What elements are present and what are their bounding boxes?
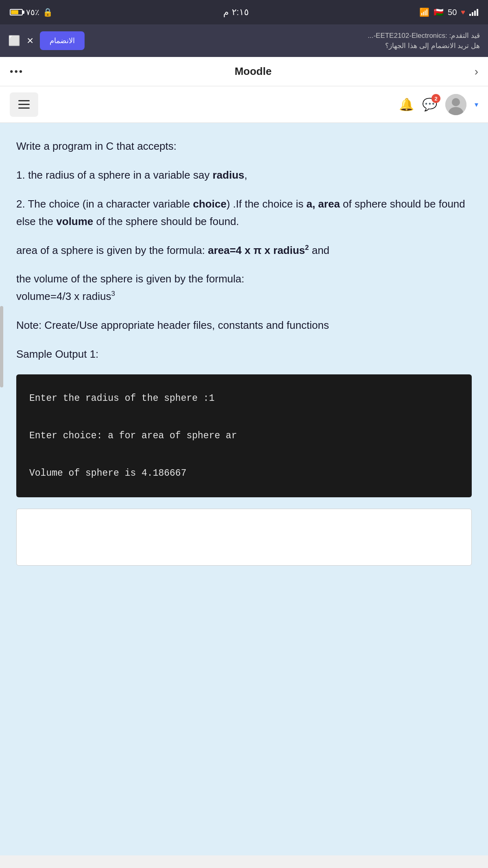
battery-percent: ٧٥٪ <box>26 7 39 17</box>
header-icons: 🔔 💬 2 ▾ <box>399 94 478 115</box>
code-line-1: Enter the radius of the sphere :1 <box>29 389 459 408</box>
point2-end: of the sphere should be found. <box>93 215 239 227</box>
wifi-icon: 📶 <box>419 7 429 17</box>
scroll-indicator[interactable] <box>0 306 3 387</box>
content-body: Write a program in C that accepts: 1. th… <box>16 138 472 566</box>
code-line-5: Volume of sphere is 4.186667 <box>29 464 459 483</box>
formula-intro: area of a sphere is given by the formula… <box>16 244 205 256</box>
volume-paragraph: the volume of the sphere is given by the… <box>16 270 472 305</box>
dropdown-arrow-icon[interactable]: ▾ <box>475 100 478 109</box>
volume-exp: 3 <box>111 290 115 298</box>
point2-start: 2. The choice (in a character variable <box>16 198 193 210</box>
signal-bars <box>469 9 478 16</box>
volume-formula: volume=4/3 x radius <box>16 290 111 302</box>
menu-line <box>18 107 30 109</box>
heart-icon: ♥ <box>461 8 465 17</box>
status-bar-right: 📶 🇴🇲 50 ♥ <box>419 7 478 17</box>
join-bar-content: قيد التقدم: :EETE2102-Electronics-... هل… <box>91 31 480 50</box>
point2-a: a <box>306 198 312 210</box>
formula-area: area=4 x π x radius <box>208 244 305 256</box>
browser-forward-button[interactable]: › <box>475 65 478 78</box>
status-bar-time: ٢:١٥ م <box>223 7 248 17</box>
point2-paragraph: 2. The choice (in a character variable c… <box>16 195 472 230</box>
signal-strength: 50 <box>448 8 457 17</box>
browser-nav: ••• Moodle › <box>0 57 488 86</box>
join-bar-title: قيد التقدم: :EETE2102-Electronics-... <box>91 31 480 40</box>
formula-area-exp: 2 <box>305 244 309 251</box>
code-line-2 <box>29 408 459 426</box>
point2-area: , area <box>312 198 340 210</box>
point2-mid: ) .If the choice is <box>227 198 307 210</box>
join-bar-subtitle: هل تريد الانضمام إلى هذا الجهاز؟ <box>91 42 480 50</box>
point2-volume: volume <box>56 215 93 227</box>
point2-choice: choice <box>193 198 227 210</box>
browser-menu-dots[interactable]: ••• <box>10 66 24 77</box>
point1-text: 1. the radius of a sphere in a variable … <box>16 169 213 181</box>
battery-icon <box>10 9 23 15</box>
point1-paragraph: 1. the radius of a sphere in a variable … <box>16 166 472 184</box>
note-paragraph: Note: Create/Use appropriate header file… <box>16 317 472 334</box>
join-bar: الانضمام قيد التقدم: :EETE2102-Electroni… <box>0 24 488 57</box>
sample-output-label: Sample Output 1: <box>16 345 472 363</box>
code-line-4 <box>29 445 459 464</box>
close-icon[interactable]: × <box>27 34 33 47</box>
formula-and: and <box>312 244 329 256</box>
avatar-image <box>445 94 466 115</box>
main-content: Write a program in C that accepts: 1. th… <box>0 123 488 855</box>
status-bar: ٧٥٪ 🔒 ٢:١٥ م 📶 🇴🇲 50 ♥ <box>0 0 488 24</box>
svg-point-1 <box>452 98 460 106</box>
answer-input-box[interactable] <box>16 509 472 566</box>
code-line-3: Enter choice: a for area of sphere ar <box>29 426 459 445</box>
moodle-header: 🔔 💬 2 ▾ <box>0 86 488 123</box>
formula-paragraph: area of a sphere is given by the formula… <box>16 242 472 259</box>
join-button[interactable]: الانضمام <box>40 31 85 50</box>
point1-bold: radius <box>213 169 244 181</box>
flag-icon: 🇴🇲 <box>434 7 444 17</box>
menu-line <box>18 100 30 101</box>
status-bar-left: ٧٥٪ 🔒 <box>10 7 53 17</box>
volume-intro: the volume of the sphere is given by the… <box>16 273 244 285</box>
notification-bell-icon[interactable]: 🔔 <box>399 97 414 112</box>
device-icon: ⬜ <box>8 35 20 46</box>
code-block: Enter the radius of the sphere :1 Enter … <box>16 374 472 497</box>
chat-badge: 2 <box>431 94 440 103</box>
avatar[interactable] <box>445 94 466 115</box>
browser-title: Moodle <box>32 65 474 78</box>
point1-end: , <box>244 169 247 181</box>
menu-button[interactable] <box>10 92 38 117</box>
chat-icon-wrap[interactable]: 💬 2 <box>422 97 437 112</box>
intro-paragraph: Write a program in C that accepts: <box>16 138 472 155</box>
lock-icon: 🔒 <box>43 7 53 17</box>
menu-line <box>18 104 30 105</box>
